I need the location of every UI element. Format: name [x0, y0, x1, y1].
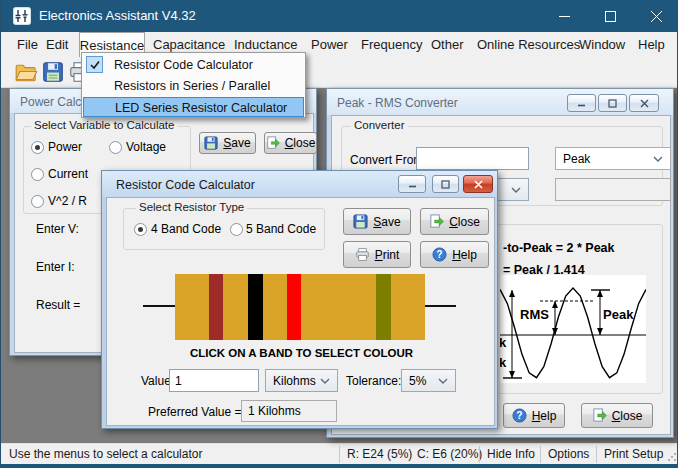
resistor-band-1[interactable] — [209, 274, 223, 340]
menu-file[interactable]: File — [13, 32, 42, 57]
close-icon — [651, 11, 662, 22]
enter-v-label: Enter V: — [36, 222, 79, 236]
dialog-help-button[interactable]: ? Help — [420, 241, 489, 268]
save-icon[interactable] — [41, 60, 65, 84]
peak-minimize-button[interactable] — [567, 94, 596, 112]
svg-text:?: ? — [437, 249, 443, 260]
dialog-close-button[interactable] — [463, 175, 493, 193]
status-print-setup[interactable]: Print Setup — [604, 447, 663, 461]
window-bottom-frame — [1, 464, 678, 468]
enter-i-label: Enter I: — [36, 260, 75, 274]
radio-v2r[interactable] — [31, 195, 44, 208]
dialog-save-label: Save — [373, 215, 400, 229]
formula-line-1: -to-Peak = 2 * Peak — [503, 241, 615, 255]
radio-current-label: Current — [48, 167, 88, 181]
status-options[interactable]: Options — [548, 447, 589, 461]
preferred-value-label: Preferred Value = — [148, 405, 242, 419]
minimize-icon — [408, 180, 417, 189]
title-bar: Electronics Assistant V4.32 — [1, 0, 678, 32]
chevron-down-icon — [320, 378, 330, 384]
close-icon — [640, 99, 649, 108]
radio-4-band[interactable] — [134, 223, 147, 236]
resistor-lead-left — [143, 305, 175, 307]
status-hide-info[interactable]: Hide Info — [487, 447, 535, 461]
peak-close-button-bottom[interactable]: Close — [581, 403, 653, 428]
resistor-dialog-titlebar[interactable]: Resistor Code Calculator — [102, 171, 497, 197]
dialog-close-button-main[interactable]: Close — [420, 208, 489, 235]
preferred-value-field: 1 Kilohms — [241, 400, 337, 422]
radio-5-band-label: 5 Band Code — [246, 222, 316, 236]
close-window-icon — [429, 214, 444, 229]
peak-window-titlebar[interactable]: Peak - RMS Converter — [327, 89, 673, 115]
checked-indicator — [86, 56, 103, 73]
resistor-type-group-label: Select Resistor Type — [136, 201, 247, 213]
peak-close-button[interactable] — [629, 94, 659, 112]
unit-from-combo[interactable]: Peak — [555, 147, 671, 170]
help-icon: ? — [512, 408, 527, 423]
power-save-label: Save — [223, 136, 250, 150]
svg-text:?: ? — [516, 410, 522, 421]
resistor-band-4[interactable] — [376, 274, 391, 340]
variable-group-label: Select Variable to Calculate — [31, 119, 177, 131]
radio-4-band-label: 4 Band Code — [151, 222, 221, 236]
minimize-icon — [577, 99, 586, 108]
value-input[interactable] — [169, 369, 259, 392]
radio-voltage[interactable] — [109, 141, 122, 154]
maximize-icon — [605, 11, 616, 22]
minimize-icon — [559, 11, 570, 22]
open-file-icon[interactable] — [14, 60, 38, 84]
peak-close-label: Close — [612, 409, 643, 423]
resistor-band-3[interactable] — [287, 274, 301, 340]
menu-window[interactable]: Window — [575, 32, 629, 57]
power-close-button[interactable]: Close — [264, 132, 317, 154]
peak-to-peak-fragment-1: k — [500, 335, 507, 350]
dialog-print-button[interactable]: Print — [343, 241, 411, 268]
radio-current[interactable] — [31, 168, 44, 181]
menu-edit[interactable]: Edit — [42, 32, 72, 57]
peak-help-label: Help — [532, 409, 557, 423]
resistor-band-2[interactable] — [248, 274, 263, 340]
sine-wave-diagram: k k RMS Peak — [500, 275, 646, 383]
menu-item-resistors-series-parallel[interactable]: Resistors in Series / Parallel — [83, 76, 304, 96]
minimize-button[interactable] — [541, 0, 587, 32]
menu-frequency[interactable]: Frequency — [357, 32, 426, 57]
menu-item-resistor-code-calculator[interactable]: Resistor Code Calculator — [83, 55, 304, 75]
status-r-series: R: E24 (5%) — [347, 447, 412, 461]
menu-online-resources[interactable]: Online Resources — [473, 32, 584, 57]
maximize-icon — [441, 180, 450, 189]
rms-label: RMS — [520, 307, 549, 322]
dialog-print-label: Print — [375, 248, 400, 262]
check-icon — [89, 59, 101, 71]
menu-other[interactable]: Other — [427, 32, 468, 57]
menu-item-led-series-resistor[interactable]: LED Series Resistor Calculator — [83, 97, 304, 117]
status-separator — [339, 446, 340, 463]
power-save-button[interactable]: Save — [199, 132, 256, 154]
result-label: Result = — [36, 298, 80, 312]
convert-from-input[interactable] — [416, 147, 529, 170]
status-bar: Use the menus to select a calculator R: … — [1, 443, 678, 464]
menu-help[interactable]: Help — [634, 32, 669, 57]
dialog-minimize-button[interactable] — [398, 175, 426, 193]
menu-power[interactable]: Power — [307, 32, 352, 57]
tolerance-combo[interactable]: 5% — [401, 369, 456, 392]
radio-5-band[interactable] — [230, 223, 243, 236]
chevron-down-icon — [438, 378, 448, 384]
window-title: Electronics Assistant V4.32 — [39, 8, 196, 23]
close-window-icon — [266, 136, 280, 150]
radio-power[interactable] — [31, 141, 44, 154]
status-separator — [596, 446, 597, 463]
maximize-icon — [608, 99, 617, 108]
unit-combo[interactable]: Kilohms — [265, 369, 338, 392]
status-message: Use the menus to select a calculator — [9, 447, 202, 461]
peak-help-button[interactable]: ? Help — [503, 403, 565, 428]
dialog-close-label: Close — [449, 215, 480, 229]
resize-grip[interactable] — [667, 452, 677, 462]
dialog-save-button[interactable]: Save — [343, 208, 411, 235]
close-button[interactable] — [633, 0, 678, 32]
radio-v2r-label: V^2 / R — [48, 194, 87, 208]
maximize-button[interactable] — [587, 0, 633, 32]
peak-maximize-button[interactable] — [598, 94, 627, 112]
save-icon — [353, 214, 368, 229]
convert-result-field — [555, 178, 671, 201]
dialog-maximize-button[interactable] — [432, 175, 459, 193]
